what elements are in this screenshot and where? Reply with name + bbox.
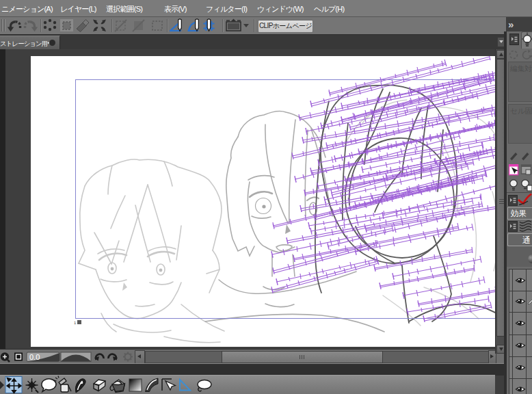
svg-text:0.0: 0.0	[29, 353, 40, 361]
svg-text:1: 1	[74, 321, 77, 325]
